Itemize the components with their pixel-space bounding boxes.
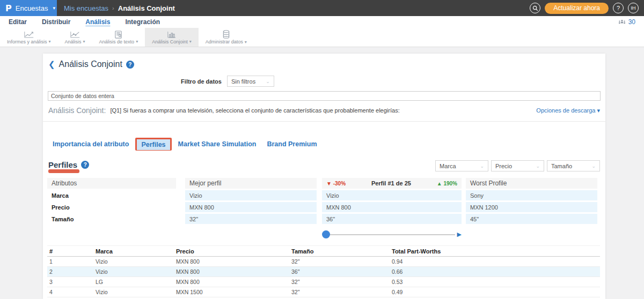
current-profile-value: Vizio — [322, 190, 462, 200]
worst-profile-header: Worst Profile — [466, 178, 597, 189]
result-tabs: Importancia del atributo Perfiles Market… — [43, 122, 605, 154]
download-options-link[interactable]: Opciones de descarga ▾ — [536, 107, 600, 114]
conjoint-panel: ❮ Análisis Conjoint ? Filtro de datos Si… — [43, 54, 605, 299]
product-switcher[interactable]: P Encuestas ▾ — [0, 0, 57, 16]
toolbar-item-analisis-texto[interactable]: Análisis de texto▾ — [92, 28, 145, 47]
increase-percentage[interactable]: ▲ 190% — [437, 181, 457, 186]
respondents-count[interactable]: 30 — [628, 18, 635, 26]
best-profile-value: 32" — [185, 214, 317, 224]
chevron-down-icon: ⌄ — [266, 79, 270, 84]
search-button[interactable] — [530, 3, 540, 13]
toolbar-item-informes[interactable]: Informes y análisis▾ — [0, 28, 58, 47]
tab-importancia-del-atributo[interactable]: Importancia del atributo — [48, 139, 133, 150]
top-bar: P Encuestas ▾ Mis encuestas › Análisis C… — [0, 0, 644, 16]
worst-profile-value: Sony — [466, 190, 597, 200]
worst-profile-value: 45" — [466, 214, 597, 224]
text-document-icon — [114, 31, 122, 39]
best-profile-column: Mejor perfil Vizio MXN 800 32" — [185, 178, 317, 224]
section-title: Perfiles — [48, 160, 77, 169]
best-profile-header: Mejor perfil — [185, 178, 317, 189]
toolbar-item-analisis[interactable]: Análisis▾ — [58, 28, 92, 47]
annotation-highlight-box: Perfiles — [135, 138, 171, 151]
chevron-down-icon: ▾ — [189, 39, 192, 44]
current-profile-value: 36" — [322, 214, 462, 224]
table-row[interactable]: 4 Vizio MXN 1500 32" 0.49 — [47, 287, 600, 297]
attributes-column: Atributos Marca Precio Tamaño — [47, 178, 176, 224]
help-button[interactable]: ? — [613, 3, 624, 13]
product-label: Encuestas — [16, 4, 48, 12]
search-icon — [532, 5, 538, 11]
chevron-down-icon: ▾ — [49, 39, 51, 44]
database-icon — [222, 30, 230, 39]
tab-market-share-simulation[interactable]: Market Share Simulation — [174, 139, 261, 150]
avatar[interactable]: IH — [628, 3, 639, 13]
precio-select[interactable]: Precio ⌄ — [491, 160, 544, 171]
nav-item-editar[interactable]: Editar — [1, 17, 34, 27]
help-icon[interactable]: ? — [81, 161, 89, 169]
filter-value: Sin filtros — [231, 78, 255, 85]
best-profile-value: Vizio — [185, 190, 317, 200]
worst-profile-column: Worst Profile Sony MXN 1200 45" — [466, 178, 597, 224]
question-prefix: Análisis Conjoint: — [48, 106, 106, 115]
survey-nav: Editar Distribuir Análisis Integración 3… — [0, 16, 644, 28]
table-row[interactable]: 3 LG MXN 800 32" 0.53 — [47, 277, 600, 287]
topbar-actions: Actualizar ahora ? IH — [530, 0, 644, 16]
table-header-row: # Marca Precio Tamaño Total Part-Worths — [47, 246, 600, 257]
respondents-icon — [618, 17, 626, 27]
tab-brand-premium[interactable]: Brand Premium — [262, 139, 321, 150]
nav-item-integracion[interactable]: Integración — [118, 17, 167, 27]
nav-item-analisis[interactable]: Análisis — [78, 17, 118, 27]
slider-handle[interactable] — [322, 230, 330, 238]
breadcrumb-separator: › — [112, 5, 114, 11]
trend-chart-icon — [70, 31, 80, 39]
questionpro-logo-icon: P — [5, 3, 12, 13]
dataset-input[interactable] — [48, 91, 601, 101]
profiles-comparison: Atributos Marca Precio Tamaño Mejor perf… — [43, 178, 605, 238]
annotation-underline — [48, 169, 79, 173]
table-row-highlighted[interactable]: 2 Vizio MXN 800 36" 0.66 — [47, 267, 600, 277]
chevron-down-icon: ▾ — [53, 5, 55, 11]
attribute-label: Precio — [47, 202, 176, 212]
bar-chart-icon — [167, 31, 177, 39]
breadcrumb: Mis encuestas › Análisis Conjoint — [57, 0, 530, 16]
part-worths-table: # Marca Precio Tamaño Total Part-Worths … — [47, 245, 600, 299]
chevron-down-icon: ▾ — [136, 39, 138, 44]
attribute-label: Marca — [47, 190, 176, 200]
help-icon[interactable]: ? — [126, 61, 134, 69]
line-chart-icon — [24, 31, 34, 39]
toolbar-item-analisis-conjoint[interactable]: Análisis Conjoint▾ — [145, 28, 199, 47]
toolbar-item-administrar-datos[interactable]: Administrar datos▾ — [199, 28, 254, 47]
decrease-percentage[interactable]: ▼ -30% — [326, 181, 346, 186]
current-profile-value: MXN 800 — [322, 202, 462, 212]
update-now-button[interactable]: Actualizar ahora — [545, 3, 609, 14]
worst-profile-value: MXN 1200 — [466, 202, 597, 212]
profile-slider[interactable]: ▶ — [322, 230, 462, 239]
question-text: [Q1] Si fueras a comprar una televisión,… — [110, 107, 536, 114]
page-title: Análisis Conjoint — [59, 59, 122, 69]
chevron-down-icon: ⌄ — [536, 163, 540, 169]
chevron-down-icon: ⌄ — [591, 163, 596, 169]
attributes-header: Atributos — [47, 178, 176, 189]
back-button[interactable]: ❮ — [48, 59, 55, 69]
attribute-label: Tamaño — [47, 214, 176, 224]
best-profile-value: MXN 800 — [185, 202, 317, 212]
data-filter-select[interactable]: Sin filtros ⌄ — [227, 76, 274, 87]
breadcrumb-current: Análisis Conjoint — [118, 4, 175, 12]
tamano-select[interactable]: Tamaño ⌄ — [547, 160, 600, 171]
tab-perfiles[interactable]: Perfiles — [137, 139, 170, 150]
analysis-toolbar: Informes y análisis▾ Análisis▾ Análisis … — [0, 28, 644, 47]
slider-next-arrow-icon[interactable]: ▶ — [457, 231, 462, 238]
slider-track[interactable] — [326, 234, 455, 235]
nav-item-distribuir[interactable]: Distribuir — [34, 17, 78, 27]
marca-select[interactable]: Marca ⌄ — [435, 160, 488, 171]
filter-label: Filtro de datos — [181, 78, 222, 85]
chevron-down-icon: ▾ — [83, 39, 85, 44]
current-profile-title: Perfil #1 de 25 — [371, 180, 411, 186]
current-profile-column: ▼ -30% Perfil #1 de 25 ▲ 190% Vizio MXN … — [322, 178, 462, 224]
breadcrumb-parent[interactable]: Mis encuestas — [64, 4, 108, 12]
chevron-down-icon: ▾ — [245, 40, 247, 44]
chevron-down-icon: ⌄ — [480, 163, 484, 169]
table-row[interactable]: 1 Vizio MXN 800 32" 0.94 — [47, 257, 600, 267]
